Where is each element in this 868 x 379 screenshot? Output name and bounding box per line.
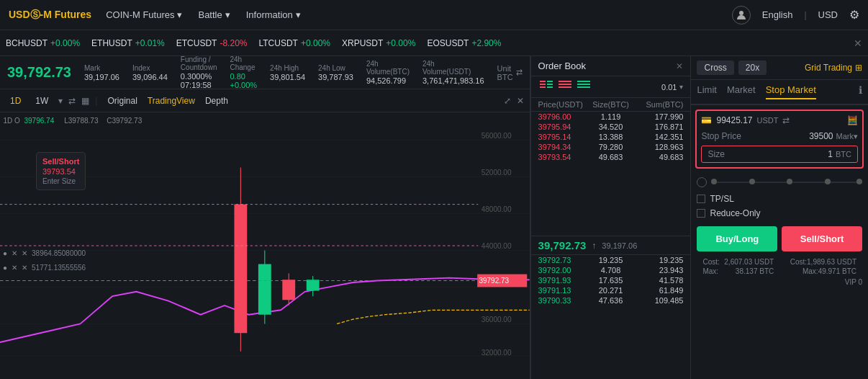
language-selector[interactable]: English (762, 9, 793, 20)
chart-dropdown-icon[interactable]: ▾ (58, 96, 63, 106)
chart-toolbar: 1D 1W ▾ ⇄ ▦ | Original TradingView Depth… (0, 89, 530, 112)
svg-rect-20 (282, 280, 295, 300)
ob-bid-size: 19.235 (587, 256, 635, 264)
ticker-eosusdt[interactable]: EOSUSDT +2.90% (427, 38, 501, 48)
balance-row: 💳 99425.17 USDT ⇄ 🧮 (701, 115, 858, 125)
nav-battle[interactable]: Battle ▾ (198, 9, 230, 20)
ticker-name: ETCUSDT (176, 38, 217, 48)
mark-price-stat: Mark 39,197.06 (84, 64, 119, 81)
ticker-name: ETHUSDT (91, 38, 132, 48)
chart-area[interactable]: 56000.00 52000.00 48000.00 44000.00 4000… (0, 112, 530, 379)
ticker-bar: BCHUSDT +0.00% ETHUSDT +0.01% ETCUSDT -8… (0, 30, 868, 56)
size-input-row[interactable]: Size 1 BTC (701, 146, 858, 163)
ticker-change: -8.20% (220, 38, 247, 48)
chart-1d-btn[interactable]: 1D (6, 94, 25, 107)
ticker-close-icon[interactable]: ✕ (854, 37, 862, 49)
leverage-button[interactable]: 20x (738, 61, 767, 75)
sell-cost-val: 1,989.63 USDT (807, 258, 856, 266)
buy-max-label: Max: (702, 267, 718, 275)
chart-original-btn[interactable]: Original (103, 94, 141, 107)
tpsl-checkbox[interactable] (697, 195, 705, 203)
ob-ask-row[interactable]: 39794.34 79.280 128.963 (531, 142, 691, 152)
order-book-title: Order Book (538, 61, 672, 71)
svg-text:52000.00: 52000.00 (482, 167, 512, 177)
buy-long-button[interactable]: Buy/Long (697, 226, 777, 251)
reduce-only-row: Reduce-Only (691, 206, 868, 220)
ob-precision-arrow-icon[interactable]: ▾ (679, 83, 683, 91)
ticker-etcusdt[interactable]: ETCUSDT -8.20% (176, 38, 248, 48)
svg-rect-39 (559, 84, 571, 85)
ob-ask-row[interactable]: 39795.94 34.520 176.871 (531, 122, 691, 132)
ticker-xrpusdt[interactable]: XRPUSDT +0.00% (342, 38, 415, 48)
chart-settings-icon[interactable]: ⇄ (68, 96, 76, 106)
buy-cost-label: Cost: (702, 258, 719, 266)
tab-stop-market[interactable]: Stop Market (766, 84, 816, 99)
ob-bid-row[interactable]: 39792.73 19.235 19.235 (531, 255, 691, 265)
reduce-only-checkbox[interactable] (697, 209, 705, 218)
ob-view-ask-only-icon[interactable] (557, 79, 573, 94)
radio-button[interactable] (697, 177, 707, 187)
ob-bid-row[interactable]: 39790.33 47.636 109.485 (531, 295, 691, 306)
order-book-close-icon[interactable]: ✕ (676, 61, 683, 71)
ob-ask-row[interactable]: 39793.54 49.683 49.683 (531, 152, 691, 162)
chart-x-icon2: ✕ (22, 249, 27, 257)
tab-market[interactable]: Market (727, 84, 756, 99)
mark-dropdown-icon: ▾ (854, 132, 858, 141)
chart-1w-btn[interactable]: 1W (31, 94, 53, 107)
calculator-icon[interactable]: 🧮 (847, 115, 858, 125)
ob-ask-sum: 142.351 (635, 133, 683, 141)
stop-price-value[interactable]: 39500 (809, 131, 833, 141)
settings-gear-icon[interactable]: ⚙ (849, 8, 859, 22)
stop-price-label: Stop Price (701, 131, 741, 141)
grid-trading-button[interactable]: Grid Trading ⊞ (805, 63, 862, 73)
chart-depth-btn[interactable]: Depth (201, 94, 232, 107)
ob-ask-size: 34.520 (587, 122, 635, 131)
ticker-bchusdt[interactable]: BCHUSDT +0.00% (6, 38, 80, 48)
order-info-icon[interactable]: ℹ (859, 84, 862, 99)
ob-bid-row[interactable]: 39791.13 20.271 61.849 (531, 285, 691, 295)
grid-icon: ⊞ (855, 63, 862, 73)
ob-bid-rows: 39792.73 19.235 19.235 39792.00 4.708 23… (531, 255, 691, 379)
svg-rect-33 (540, 84, 546, 85)
transfer-icon[interactable]: ⇄ (782, 115, 790, 125)
chart-close-icon[interactable]: ✕ (517, 96, 524, 106)
user-icon[interactable] (732, 6, 751, 24)
order-book-header: Order Book ✕ (531, 56, 691, 76)
ob-view-both-icon[interactable] (538, 79, 554, 94)
buy-max-row: Max: 38.137 BTC (697, 267, 779, 276)
ob-precision-selector[interactable]: 0.01 (661, 83, 677, 92)
nav-information[interactable]: Information ▾ (246, 9, 301, 20)
svg-text:56000.00: 56000.00 (482, 130, 512, 140)
stop-price-type[interactable]: Mark ▾ (836, 132, 858, 141)
chart-tradingview-btn[interactable]: TradingView (148, 96, 195, 106)
vip-row: VIP 0 (691, 276, 868, 288)
cross-margin-button[interactable]: Cross (697, 61, 733, 75)
ob-mid-mark: 39,197.06 (602, 241, 637, 250)
ticker-ltcusdt[interactable]: LTCUSDT +0.00% (258, 38, 330, 48)
ob-ask-row[interactable]: 39795.14 13.388 142.351 (531, 132, 691, 142)
svg-rect-34 (540, 86, 546, 88)
ob-bid-size: 47.636 (587, 296, 635, 305)
top-navigation: USDⓈ-M Futures COIN-M Futures ▾ Battle ▾… (0, 0, 868, 30)
ticker-ethusdt[interactable]: ETHUSDT +0.01% (91, 38, 165, 48)
size-value[interactable]: 1 (828, 149, 833, 159)
chart-expand-icon[interactable]: ⤢ (504, 96, 511, 106)
ob-bid-row[interactable]: 39791.93 17.635 41.578 (531, 275, 691, 285)
currency-selector[interactable]: USD (818, 9, 838, 20)
ob-bid-sum: 19.235 (635, 256, 683, 264)
tab-limit[interactable]: Limit (697, 84, 716, 99)
ob-ask-size: 13.388 (587, 133, 635, 141)
sell-cost-label: Cost: (790, 258, 807, 266)
ob-ask-price: 39796.00 (538, 112, 587, 121)
ticker-change: +2.90% (471, 38, 501, 48)
ob-ask-row[interactable]: 39796.00 1.119 177.990 (531, 112, 691, 122)
logo[interactable]: USDⓈ-M Futures (9, 9, 91, 22)
ob-column-headers: Price(USDT) Size(BTC) Sum(BTC) (531, 98, 691, 112)
sell-short-button[interactable]: Sell/Short (782, 226, 862, 251)
ob-view-bid-only-icon[interactable] (576, 79, 592, 94)
sell-max-row: Max: 49.971 BTC (779, 267, 862, 276)
ob-size-header: Size(BTC) (587, 100, 635, 109)
ob-bid-row[interactable]: 39792.00 4.708 23.943 (531, 265, 691, 275)
nav-coin-m[interactable]: COIN-M Futures ▾ (106, 9, 182, 20)
chart-candle-icon[interactable]: ▦ (81, 96, 89, 106)
